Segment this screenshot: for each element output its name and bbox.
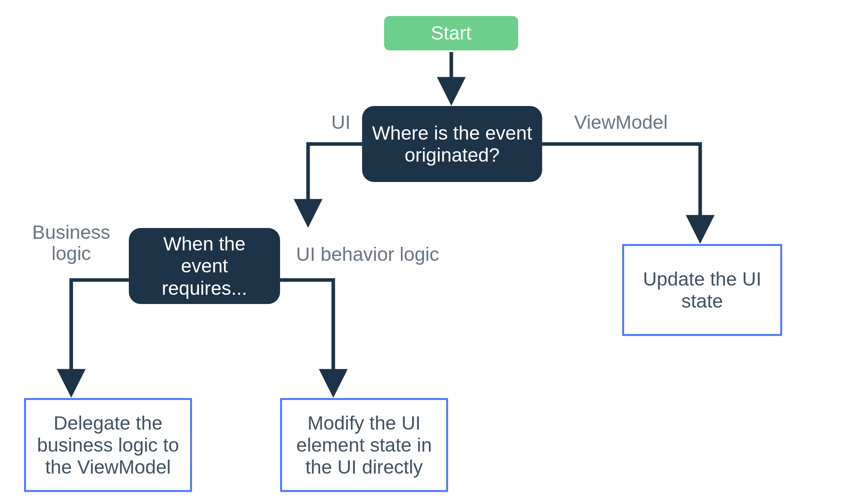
edge-label-viewmodel: ViewModel xyxy=(574,112,668,133)
arrow-decision1-ui xyxy=(308,144,362,222)
arrow-decision2-uibehavior xyxy=(280,280,333,392)
flowchart: Start Where is the event originated? UI … xyxy=(0,0,851,504)
arrow-decision2-business xyxy=(71,280,129,392)
node-decision-event-origin: Where is the event originated? xyxy=(362,106,542,182)
arrow-decision1-viewmodel xyxy=(542,144,700,238)
node-terminal-modify-ui: Modify the UI element state in the UI di… xyxy=(280,398,448,492)
edge-label-ui: UI xyxy=(331,112,350,133)
node-decision-event-requires: When the event requires... xyxy=(129,228,280,304)
edge-label-ui-behavior-logic: UI behavior logic xyxy=(296,244,439,265)
node-start: Start xyxy=(384,16,518,50)
edge-label-business-logic: Business logic xyxy=(25,222,118,264)
node-terminal-delegate-viewmodel: Delegate the business logic to the ViewM… xyxy=(24,398,192,492)
node-terminal-update-ui-state: Update the UI state xyxy=(622,244,782,336)
